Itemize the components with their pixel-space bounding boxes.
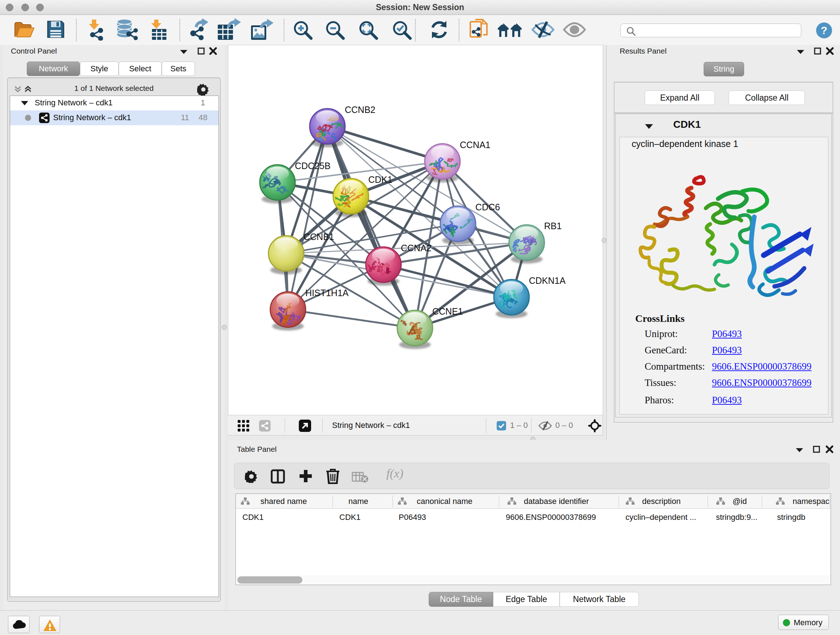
svg-text:CCNB2: CCNB2 (345, 105, 376, 115)
svg-text:CCNA1: CCNA1 (460, 140, 491, 150)
svg-text:CCNA2: CCNA2 (401, 243, 431, 253)
svg-text:HIST1H1A: HIST1H1A (305, 288, 349, 298)
svg-text:CCNE1: CCNE1 (432, 306, 463, 317)
svg-text:RB1: RB1 (544, 221, 562, 231)
svg-text:CCNB1: CCNB1 (303, 232, 334, 242)
svg-text:CDKN1A: CDKN1A (529, 276, 566, 286)
svg-text:CDK1: CDK1 (368, 174, 393, 185)
svg-text:CDC6: CDC6 (475, 202, 500, 212)
svg-text:CDC25B: CDC25B (295, 161, 331, 171)
svg-text:?: ? (821, 24, 827, 36)
